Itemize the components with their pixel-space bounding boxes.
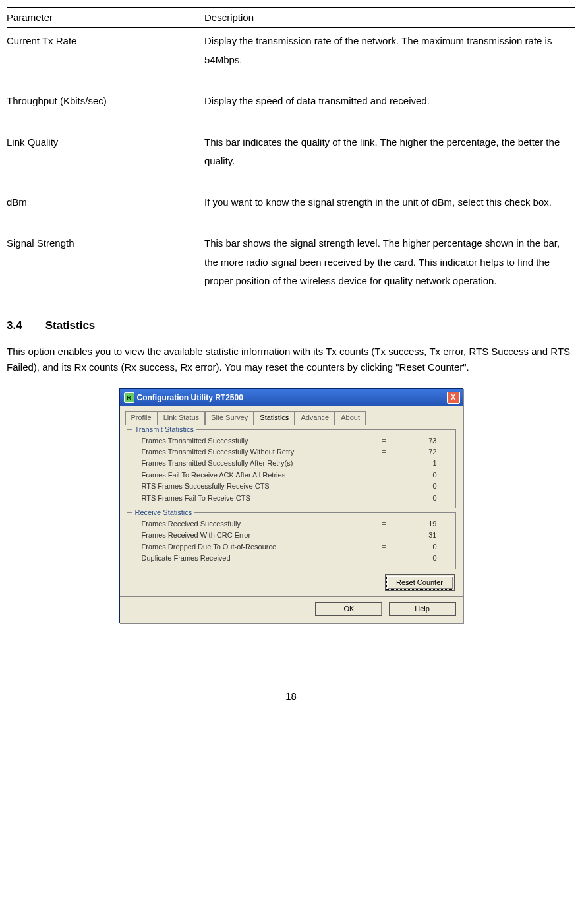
dialog-titlebar: R Configuration Utility RT2500 X: [120, 389, 463, 406]
stat-label: Duplicate Frames Received: [142, 553, 371, 563]
stat-value: 0: [397, 553, 450, 563]
transmit-row: RTS Frames Fail To Receive CTS=0: [132, 493, 450, 504]
stat-label: Frames Received Successfully: [142, 519, 371, 529]
stat-value: 72: [397, 447, 450, 457]
transmit-row: RTS Frames Successfully Receive CTS=0: [132, 481, 450, 492]
config-dialog: R Configuration Utility RT2500 X Profile…: [119, 388, 463, 623]
stat-label: Frames Received With CRC Error: [142, 530, 371, 540]
receive-row: Duplicate Frames Received=0: [132, 553, 450, 564]
tab-about[interactable]: About: [335, 411, 366, 425]
stat-value: 1: [397, 458, 450, 468]
stat-value: 19: [397, 519, 450, 529]
equals-sign: =: [371, 530, 397, 540]
table-row: Signal StrengthThis bar shows the signal…: [7, 230, 575, 295]
transmit-groupbox: Transmit Statistics Frames Transmitted S…: [127, 429, 456, 508]
section-body: This option enables you to view the avai…: [7, 344, 575, 375]
param-name: Link Quality: [7, 129, 204, 189]
table-header-parameter: Parameter: [7, 7, 204, 28]
reset-counter-button[interactable]: Reset Counter: [386, 576, 453, 590]
stat-value: 31: [397, 530, 450, 540]
param-desc: This bar shows the signal strength level…: [204, 230, 575, 295]
stat-label: Frames Dropped Due To Out-of-Resource: [142, 542, 371, 552]
param-name: Current Tx Rate: [7, 28, 204, 88]
screenshot-figure: R Configuration Utility RT2500 X Profile…: [7, 388, 575, 623]
equals-sign: =: [371, 481, 397, 491]
stat-label: Frames Fail To Receive ACK After All Ret…: [142, 470, 371, 480]
table-row: Current Tx RateDisplay the transmission …: [7, 28, 575, 88]
param-name: Signal Strength: [7, 230, 204, 295]
table-row: dBmIf you want to know the signal streng…: [7, 189, 575, 231]
ok-button[interactable]: OK: [315, 602, 382, 616]
receive-row: Frames Received Successfully=19: [132, 518, 450, 530]
receive-groupbox: Receive Statistics Frames Received Succe…: [127, 512, 456, 569]
equals-sign: =: [371, 458, 397, 468]
section-heading: 3.4 Statistics: [7, 318, 575, 334]
stat-value: 73: [397, 436, 450, 446]
tab-site-survey[interactable]: Site Survey: [205, 411, 254, 425]
stat-value: 0: [397, 470, 450, 480]
param-desc: Display the transmission rate of the net…: [204, 28, 575, 88]
param-name: Throughput (Kbits/sec): [7, 88, 204, 129]
equals-sign: =: [371, 436, 397, 446]
section-title: Statistics: [45, 319, 96, 332]
section-number: 3.4: [7, 318, 42, 334]
close-icon[interactable]: X: [447, 392, 460, 404]
page-number: 18: [7, 689, 575, 703]
tab-advance[interactable]: Advance: [295, 411, 335, 425]
tab-statistics[interactable]: Statistics: [254, 411, 295, 425]
stat-label: Frames Transmitted Successfully Without …: [142, 447, 371, 457]
transmit-row: Frames Transmitted Successfully=73: [132, 435, 450, 447]
transmit-row: Frames Transmitted Successfully Without …: [132, 447, 450, 458]
receive-row: Frames Received With CRC Error=31: [132, 530, 450, 541]
tab-strip: ProfileLink StatusSite SurveyStatisticsA…: [125, 410, 457, 425]
table-row: Link QualityThis bar indicates the quali…: [7, 129, 575, 189]
param-desc: Display the speed of data transmitted an…: [204, 88, 575, 129]
dialog-title: Configuration Utility RT2500: [137, 392, 243, 404]
equals-sign: =: [371, 470, 397, 480]
transmit-title: Transmit Statistics: [132, 425, 196, 435]
parameter-table: Parameter Description Current Tx RateDis…: [7, 7, 575, 295]
stat-label: Frames Transmitted Successfully: [142, 436, 371, 446]
equals-sign: =: [371, 553, 397, 563]
param-desc: This bar indicates the quality of the li…: [204, 129, 575, 189]
stat-label: RTS Frames Fail To Receive CTS: [142, 493, 371, 503]
stat-value: 0: [397, 542, 450, 552]
equals-sign: =: [371, 542, 397, 552]
stat-label: RTS Frames Successfully Receive CTS: [142, 481, 371, 491]
receive-title: Receive Statistics: [132, 508, 195, 518]
table-row: Throughput (Kbits/sec)Display the speed …: [7, 88, 575, 129]
equals-sign: =: [371, 493, 397, 503]
receive-row: Frames Dropped Due To Out-of-Resource=0: [132, 541, 450, 553]
help-button[interactable]: Help: [389, 602, 456, 616]
transmit-row: Frames Fail To Receive ACK After All Ret…: [132, 470, 450, 481]
stat-value: 0: [397, 493, 450, 503]
param-desc: If you want to know the signal strength …: [204, 189, 575, 231]
tab-profile[interactable]: Profile: [125, 411, 158, 425]
stat-label: Frames Transmitted Successfully After Re…: [142, 458, 371, 468]
tab-link-status[interactable]: Link Status: [158, 411, 205, 425]
transmit-row: Frames Transmitted Successfully After Re…: [132, 458, 450, 469]
param-name: dBm: [7, 189, 204, 231]
table-header-description: Description: [204, 7, 575, 28]
stat-value: 0: [397, 481, 450, 491]
equals-sign: =: [371, 447, 397, 457]
app-icon: R: [124, 392, 134, 403]
equals-sign: =: [371, 519, 397, 529]
